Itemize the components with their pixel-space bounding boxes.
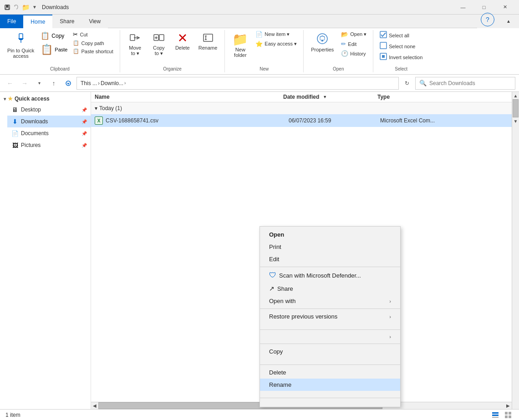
copy-to-label: Copyto ▾: [153, 45, 165, 56]
address-path[interactable]: This ... › Downlo... ›: [76, 77, 399, 90]
address-bar: ← → ▾ ↑ This ... › Downlo... › ↻ 🔍: [0, 75, 519, 92]
new-item-button[interactable]: 📄 New item ▾: [253, 30, 300, 39]
clipboard-items: Pin to Quick access 📋 Copy 📋 Paste: [4, 30, 116, 71]
svg-rect-23: [380, 42, 387, 49]
col-date[interactable]: Date modified▼: [283, 94, 377, 100]
scroll-down-button[interactable]: ▼: [512, 117, 519, 125]
downloads-arrow-button[interactable]: [62, 77, 75, 90]
group-label: Today (1): [99, 105, 122, 111]
ctx-delete[interactable]: Rename: [260, 379, 400, 391]
ctx-copy[interactable]: [260, 358, 400, 363]
ctx-create-shortcut[interactable]: Delete: [260, 366, 400, 379]
ctx-print[interactable]: Print: [260, 241, 400, 253]
copy-to-button[interactable]: Copyto ▾: [148, 30, 170, 58]
sort-arrow-icon: ▼: [323, 95, 327, 99]
svg-rect-15: [204, 34, 213, 41]
select-all-button[interactable]: Select all: [377, 30, 425, 40]
scroll-up-button[interactable]: ▲: [512, 92, 519, 99]
col-type[interactable]: Type: [377, 94, 472, 100]
edit-button[interactable]: ✏ Edit: [338, 40, 369, 48]
scroll-right-button[interactable]: ▶: [504, 402, 512, 410]
refresh-button[interactable]: ↻: [401, 77, 413, 90]
easy-access-icon: ⭐: [255, 40, 263, 47]
large-icons-view-button[interactable]: [503, 410, 514, 420]
tab-file[interactable]: File: [0, 15, 23, 28]
tab-home[interactable]: Home: [23, 15, 52, 28]
sidebar-item-desktop[interactable]: 🖥 Desktop 📌: [7, 104, 91, 116]
file-list-header: Name Date modified▼ Type: [91, 92, 512, 102]
sidebar-item-documents[interactable]: 📄 Documents 📌: [7, 127, 91, 139]
ctx-sep-4: [260, 344, 400, 344]
col-name[interactable]: Name: [95, 94, 283, 100]
window-controls: — □ ✕: [453, 0, 515, 15]
downloads-sidebar-icon: ⬇: [11, 117, 19, 126]
ctx-edit[interactable]: Edit: [260, 253, 400, 265]
ctx-cut[interactable]: Copy: [260, 345, 400, 358]
group-chevron-icon: ▾: [95, 105, 97, 111]
ctx-restore[interactable]: [260, 323, 400, 328]
copy-button[interactable]: 📋 Copy: [38, 30, 70, 41]
ctx-give-access[interactable]: Restore previous versions ›: [260, 310, 400, 323]
properties-icon: [315, 32, 329, 47]
defender-icon: 🛡: [269, 271, 276, 279]
paste-button[interactable]: 📋 Paste: [38, 42, 70, 57]
new-folder-icon: 📁: [232, 32, 248, 47]
vertical-scrollbar[interactable]: ▲ ▼: [512, 92, 519, 409]
select-none-button[interactable]: Select none: [377, 41, 425, 51]
file-group-today[interactable]: ▾ Today (1): [91, 102, 512, 114]
tab-view[interactable]: View: [81, 15, 108, 28]
view-controls: [490, 410, 514, 420]
delete-button[interactable]: Delete: [171, 30, 194, 52]
tab-share[interactable]: Share: [52, 15, 81, 28]
new-folder-button[interactable]: 📁 Newfolder: [229, 30, 252, 60]
open-button[interactable]: 📂 Open ▾: [338, 30, 369, 39]
rename-button[interactable]: Rename: [195, 30, 221, 52]
scroll-left-button[interactable]: ◀: [91, 402, 98, 410]
up-button[interactable]: ↑: [47, 77, 60, 90]
ctx-sep-6: [260, 398, 400, 398]
quick-save-icon[interactable]: [4, 4, 11, 11]
scroll-track-v[interactable]: [512, 99, 519, 117]
invert-selection-button[interactable]: Invert selection: [377, 52, 425, 62]
ctx-properties[interactable]: [260, 400, 400, 405]
history-button[interactable]: 🕐 History: [338, 49, 369, 58]
svg-rect-29: [492, 417, 499, 418]
back-button[interactable]: ←: [4, 77, 16, 90]
close-button[interactable]: ✕: [494, 0, 515, 15]
ctx-share[interactable]: ↗ Share: [260, 282, 400, 295]
maximize-button[interactable]: □: [473, 0, 494, 15]
details-view-button[interactable]: [490, 410, 501, 420]
search-input[interactable]: [429, 80, 511, 86]
ctx-scan[interactable]: 🛡 Scan with Microsoft Defender...: [260, 268, 400, 282]
ribbon-help-button[interactable]: ?: [481, 13, 494, 26]
ctx-open-with[interactable]: Open with ›: [260, 295, 400, 307]
sidebar-item-downloads[interactable]: ⬇ Downloads 📌: [7, 116, 91, 127]
new-items: 📁 Newfolder 📄 New item ▾ ⭐ Easy access ▾: [229, 30, 300, 67]
delete-label: Delete: [175, 45, 190, 51]
dropdown-icon[interactable]: ▼: [31, 4, 38, 11]
svg-point-19: [317, 34, 327, 44]
select-all-icon: [380, 31, 387, 40]
properties-button[interactable]: Properties: [307, 30, 337, 54]
quick-access-header[interactable]: ▾ ★ Quick access: [0, 94, 91, 104]
ctx-open[interactable]: Open: [260, 228, 400, 241]
pin-quick-access-button[interactable]: Pin to Quick access: [4, 30, 38, 61]
csv-file-icon: X: [95, 116, 103, 125]
paste-shortcut-button[interactable]: 📋 Paste shortcut: [70, 47, 116, 55]
ctx-rename[interactable]: [260, 391, 400, 396]
scroll-thumb-v[interactable]: [513, 99, 519, 117]
file-row[interactable]: X CSV-1688658741.csv 06/07/2023 16:59 Mi…: [91, 114, 512, 127]
pictures-pin-icon: 📌: [81, 143, 87, 148]
easy-access-button[interactable]: ⭐ Easy access ▾: [253, 40, 300, 48]
search-box[interactable]: 🔍: [415, 77, 515, 90]
undo-icon[interactable]: [13, 4, 20, 11]
sidebar-item-pictures[interactable]: 🖼 Pictures 📌: [7, 139, 91, 151]
cut-button[interactable]: ✂ Cut: [70, 30, 116, 39]
move-to-button[interactable]: Moveto ▾: [124, 30, 147, 58]
recent-locations-button[interactable]: ▾: [33, 77, 46, 90]
ribbon-collapse-button[interactable]: ▲: [498, 14, 519, 28]
minimize-button[interactable]: —: [453, 0, 473, 15]
ctx-send-to[interactable]: ›: [260, 331, 400, 342]
forward-button[interactable]: →: [18, 77, 31, 90]
copy-path-button[interactable]: 📋 Copy path: [70, 39, 116, 47]
